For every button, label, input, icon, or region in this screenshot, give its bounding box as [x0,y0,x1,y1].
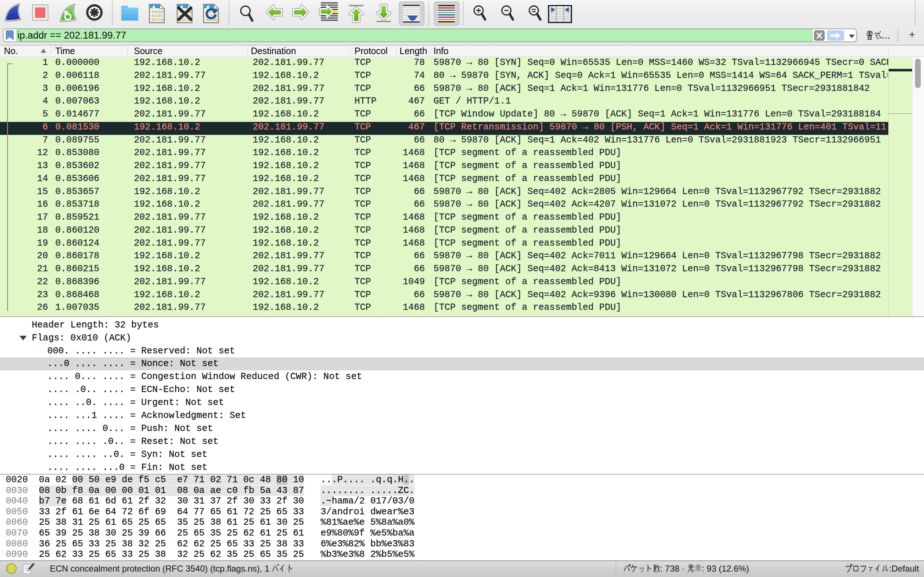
svg-text:01110: 01110 [152,18,163,22]
